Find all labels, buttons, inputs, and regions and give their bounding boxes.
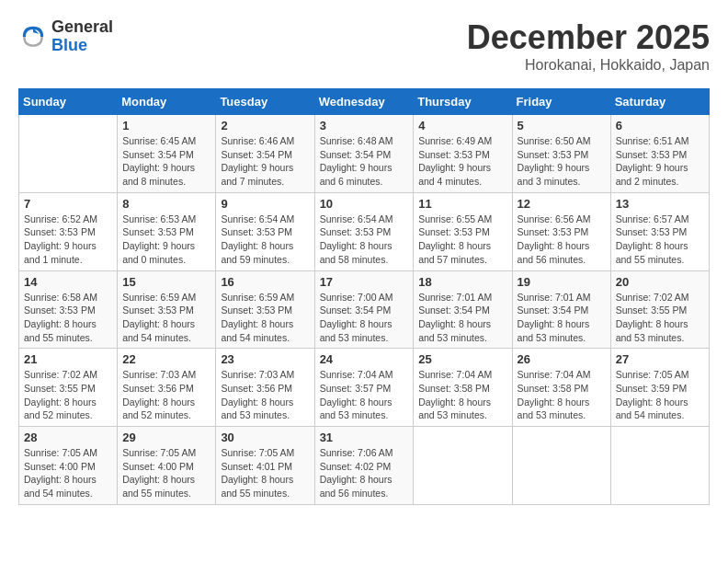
- calendar-cell: 20Sunrise: 7:02 AM Sunset: 3:55 PM Dayli…: [610, 270, 709, 349]
- day-number: 18: [418, 275, 506, 289]
- calendar-cell: 14Sunrise: 6:58 AM Sunset: 3:53 PM Dayli…: [19, 270, 118, 349]
- day-number: 30: [221, 431, 309, 444]
- weekday-header-thursday: Thursday: [414, 89, 512, 115]
- weekday-header-row: SundayMondayTuesdayWednesdayThursdayFrid…: [19, 89, 710, 115]
- calendar-cell: 11Sunrise: 6:55 AM Sunset: 3:53 PM Dayli…: [414, 192, 512, 270]
- day-info: Sunrise: 7:02 AM Sunset: 3:55 PM Dayligh…: [24, 368, 112, 422]
- day-info: Sunrise: 7:01 AM Sunset: 3:54 PM Dayligh…: [518, 291, 606, 345]
- day-number: 27: [616, 352, 704, 366]
- day-info: Sunrise: 7:04 AM Sunset: 3:57 PM Dayligh…: [320, 368, 409, 422]
- calendar-cell: 21Sunrise: 7:02 AM Sunset: 3:55 PM Dayli…: [19, 349, 118, 427]
- calendar-cell: 25Sunrise: 7:04 AM Sunset: 3:58 PM Dayli…: [414, 349, 512, 427]
- day-info: Sunrise: 7:03 AM Sunset: 3:56 PM Dayligh…: [221, 368, 309, 422]
- page-header: General Blue December 2025 Horokanai, Ho…: [18, 18, 710, 74]
- day-info: Sunrise: 6:52 AM Sunset: 3:53 PM Dayligh…: [24, 213, 112, 267]
- calendar-cell: 22Sunrise: 7:03 AM Sunset: 3:56 PM Dayli…: [118, 349, 216, 427]
- calendar-week-row: 14Sunrise: 6:58 AM Sunset: 3:53 PM Dayli…: [19, 270, 710, 349]
- day-number: 19: [518, 275, 606, 289]
- day-number: 10: [320, 197, 409, 211]
- logo: General Blue: [18, 18, 113, 55]
- calendar-cell: 4Sunrise: 6:49 AM Sunset: 3:53 PM Daylig…: [414, 115, 512, 193]
- day-info: Sunrise: 6:53 AM Sunset: 3:53 PM Dayligh…: [122, 213, 210, 267]
- day-number: 26: [518, 352, 606, 366]
- day-number: 23: [221, 352, 309, 366]
- weekday-header-saturday: Saturday: [610, 89, 709, 115]
- day-info: Sunrise: 6:46 AM Sunset: 3:54 PM Dayligh…: [221, 134, 309, 189]
- calendar-cell: 18Sunrise: 7:01 AM Sunset: 3:54 PM Dayli…: [414, 270, 512, 349]
- calendar-week-row: 1Sunrise: 6:45 AM Sunset: 3:54 PM Daylig…: [19, 115, 710, 193]
- day-info: Sunrise: 7:00 AM Sunset: 3:54 PM Dayligh…: [320, 291, 409, 345]
- day-number: 21: [24, 352, 112, 366]
- calendar-cell: 27Sunrise: 7:05 AM Sunset: 3:59 PM Dayli…: [610, 349, 709, 427]
- day-number: 28: [24, 431, 112, 444]
- day-info: Sunrise: 7:05 AM Sunset: 3:59 PM Dayligh…: [616, 368, 704, 422]
- weekday-header-tuesday: Tuesday: [216, 89, 314, 115]
- day-info: Sunrise: 6:59 AM Sunset: 3:53 PM Dayligh…: [221, 291, 309, 345]
- day-number: 13: [616, 197, 704, 211]
- day-info: Sunrise: 6:51 AM Sunset: 3:53 PM Dayligh…: [616, 134, 704, 189]
- calendar-week-row: 7Sunrise: 6:52 AM Sunset: 3:53 PM Daylig…: [19, 192, 710, 270]
- calendar-cell: 3Sunrise: 6:48 AM Sunset: 3:54 PM Daylig…: [314, 115, 414, 193]
- calendar-week-row: 21Sunrise: 7:02 AM Sunset: 3:55 PM Dayli…: [19, 349, 710, 427]
- weekday-header-monday: Monday: [118, 89, 216, 115]
- calendar-cell: 9Sunrise: 6:54 AM Sunset: 3:53 PM Daylig…: [216, 192, 314, 270]
- calendar-cell: 1Sunrise: 6:45 AM Sunset: 3:54 PM Daylig…: [118, 115, 216, 193]
- day-info: Sunrise: 7:01 AM Sunset: 3:54 PM Dayligh…: [418, 291, 506, 345]
- calendar-cell: 17Sunrise: 7:00 AM Sunset: 3:54 PM Dayli…: [314, 270, 414, 349]
- day-info: Sunrise: 7:05 AM Sunset: 4:01 PM Dayligh…: [221, 446, 309, 500]
- day-info: Sunrise: 6:49 AM Sunset: 3:53 PM Dayligh…: [418, 134, 506, 189]
- day-info: Sunrise: 7:05 AM Sunset: 4:00 PM Dayligh…: [24, 446, 112, 500]
- location-subtitle: Horokanai, Hokkaido, Japan: [467, 57, 710, 74]
- day-number: 22: [122, 352, 210, 366]
- logo-blue: Blue: [51, 36, 87, 54]
- day-number: 17: [320, 275, 409, 289]
- calendar-cell: 5Sunrise: 6:50 AM Sunset: 3:53 PM Daylig…: [512, 115, 610, 193]
- logo-text: General Blue: [51, 18, 113, 55]
- calendar-cell: 30Sunrise: 7:05 AM Sunset: 4:01 PM Dayli…: [216, 427, 314, 505]
- title-block: December 2025 Horokanai, Hokkaido, Japan: [467, 18, 710, 74]
- day-number: 4: [418, 119, 506, 132]
- calendar-cell: 10Sunrise: 6:54 AM Sunset: 3:53 PM Dayli…: [314, 192, 414, 270]
- calendar-cell: 16Sunrise: 6:59 AM Sunset: 3:53 PM Dayli…: [216, 270, 314, 349]
- day-info: Sunrise: 6:45 AM Sunset: 3:54 PM Dayligh…: [122, 134, 210, 189]
- calendar-cell: [19, 115, 118, 193]
- calendar-cell: 12Sunrise: 6:56 AM Sunset: 3:53 PM Dayli…: [512, 192, 610, 270]
- day-number: 6: [616, 119, 704, 132]
- calendar-cell: [414, 427, 512, 505]
- logo-icon: [18, 22, 48, 52]
- calendar-cell: 8Sunrise: 6:53 AM Sunset: 3:53 PM Daylig…: [118, 192, 216, 270]
- day-info: Sunrise: 7:06 AM Sunset: 4:02 PM Dayligh…: [320, 446, 409, 500]
- day-number: 15: [122, 275, 210, 289]
- day-number: 25: [418, 352, 506, 366]
- day-number: 24: [320, 352, 409, 366]
- calendar-cell: 13Sunrise: 6:57 AM Sunset: 3:53 PM Dayli…: [610, 192, 709, 270]
- calendar-cell: 31Sunrise: 7:06 AM Sunset: 4:02 PM Dayli…: [314, 427, 414, 505]
- day-info: Sunrise: 6:54 AM Sunset: 3:53 PM Dayligh…: [320, 213, 409, 267]
- calendar-cell: 29Sunrise: 7:05 AM Sunset: 4:00 PM Dayli…: [118, 427, 216, 505]
- calendar-table: SundayMondayTuesdayWednesdayThursdayFrid…: [18, 88, 710, 505]
- day-info: Sunrise: 6:54 AM Sunset: 3:53 PM Dayligh…: [221, 213, 309, 267]
- month-title: December 2025: [467, 18, 710, 57]
- calendar-cell: 2Sunrise: 6:46 AM Sunset: 3:54 PM Daylig…: [216, 115, 314, 193]
- day-info: Sunrise: 7:02 AM Sunset: 3:55 PM Dayligh…: [616, 291, 704, 345]
- day-number: 3: [320, 119, 409, 132]
- day-number: 8: [122, 197, 210, 211]
- day-info: Sunrise: 6:57 AM Sunset: 3:53 PM Dayligh…: [616, 213, 704, 267]
- day-info: Sunrise: 6:56 AM Sunset: 3:53 PM Dayligh…: [518, 213, 606, 267]
- day-number: 12: [518, 197, 606, 211]
- day-number: 20: [616, 275, 704, 289]
- calendar-cell: [512, 427, 610, 505]
- weekday-header-wednesday: Wednesday: [314, 89, 414, 115]
- day-info: Sunrise: 6:59 AM Sunset: 3:53 PM Dayligh…: [122, 291, 210, 345]
- day-info: Sunrise: 7:04 AM Sunset: 3:58 PM Dayligh…: [518, 368, 606, 422]
- calendar-cell: 6Sunrise: 6:51 AM Sunset: 3:53 PM Daylig…: [610, 115, 709, 193]
- calendar-cell: 19Sunrise: 7:01 AM Sunset: 3:54 PM Dayli…: [512, 270, 610, 349]
- day-number: 7: [24, 197, 112, 211]
- day-info: Sunrise: 7:04 AM Sunset: 3:58 PM Dayligh…: [418, 368, 506, 422]
- logo-general: General: [51, 17, 113, 36]
- calendar-cell: 26Sunrise: 7:04 AM Sunset: 3:58 PM Dayli…: [512, 349, 610, 427]
- calendar-cell: 28Sunrise: 7:05 AM Sunset: 4:00 PM Dayli…: [19, 427, 118, 505]
- day-info: Sunrise: 6:58 AM Sunset: 3:53 PM Dayligh…: [24, 291, 112, 345]
- day-info: Sunrise: 7:03 AM Sunset: 3:56 PM Dayligh…: [122, 368, 210, 422]
- day-info: Sunrise: 6:55 AM Sunset: 3:53 PM Dayligh…: [418, 213, 506, 267]
